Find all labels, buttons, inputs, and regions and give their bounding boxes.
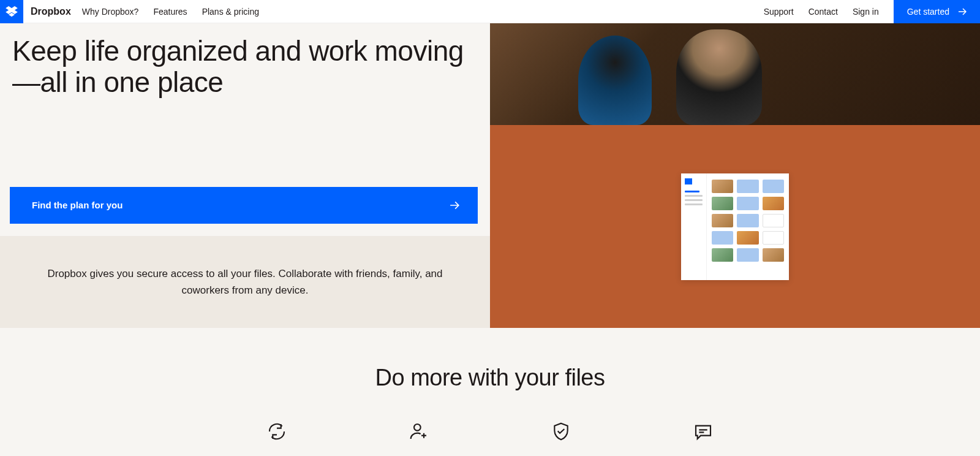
mock-nav-line (685, 203, 703, 205)
get-started-button[interactable]: Get started (894, 0, 980, 23)
hero-right (490, 23, 980, 328)
message-icon (693, 422, 713, 441)
hero-title: Keep life organized and work moving—all … (0, 23, 490, 97)
mock-nav-line (685, 195, 703, 197)
hero-section: Keep life organized and work moving—all … (0, 23, 980, 328)
mock-tile (737, 248, 758, 262)
mock-tile (763, 248, 784, 262)
arrow-right-icon (958, 8, 967, 15)
nav-plans-pricing[interactable]: Plans & pricing (202, 7, 259, 17)
nav-contact[interactable]: Contact (809, 7, 838, 17)
mock-tile (712, 231, 733, 245)
mock-tile (763, 231, 784, 245)
nav-signin[interactable]: Sign in (853, 7, 879, 17)
mock-tile (712, 197, 733, 210)
top-nav: Dropbox Why Dropbox? Features Plans & pr… (0, 0, 980, 23)
feature-icons-row (12, 422, 968, 441)
mock-sidebar (681, 173, 707, 280)
mock-tile (763, 180, 784, 193)
do-more-section: Do more with your files (0, 328, 980, 454)
hero-left-top: Keep life organized and work moving—all … (0, 23, 490, 236)
hero-subtext: Dropbox gives you secure access to all y… (0, 236, 490, 328)
mock-tile (763, 214, 784, 227)
mock-tile (712, 214, 733, 227)
mock-tile (737, 214, 758, 227)
arrow-right-icon (450, 201, 459, 210)
mock-nav-line (685, 199, 703, 201)
mock-tile (763, 197, 784, 210)
mock-tile (737, 180, 758, 193)
shield-check-icon (551, 422, 571, 441)
mock-tile (712, 180, 733, 193)
hero-photo (490, 23, 980, 125)
mock-tile (737, 197, 758, 210)
nav-why-dropbox[interactable]: Why Dropbox? (82, 7, 139, 17)
person-add-icon (409, 422, 429, 441)
get-started-label: Get started (907, 7, 949, 17)
nav-secondary: Support Contact Sign in Get started (764, 0, 980, 23)
nav-primary: Why Dropbox? Features Plans & pricing (82, 7, 259, 17)
find-plan-button[interactable]: Find the plan for you (10, 187, 478, 224)
mock-dropbox-icon (685, 178, 692, 184)
mock-nav-line (685, 191, 699, 192)
section2-title: Do more with your files (12, 365, 968, 391)
hero-ui-mock-background (490, 125, 980, 328)
brand-name[interactable]: Dropbox (23, 6, 82, 17)
sync-icon (267, 422, 287, 441)
hero-left: Keep life organized and work moving—all … (0, 23, 490, 328)
mock-file-grid (707, 173, 789, 280)
nav-features[interactable]: Features (153, 7, 187, 17)
nav-support[interactable]: Support (764, 7, 794, 17)
dropbox-ui-mock (681, 173, 789, 280)
mock-tile (737, 231, 758, 245)
find-plan-label: Find the plan for you (32, 200, 123, 210)
mock-tile (712, 248, 733, 262)
dropbox-logo-icon[interactable] (0, 0, 23, 23)
svg-point-0 (414, 424, 421, 431)
